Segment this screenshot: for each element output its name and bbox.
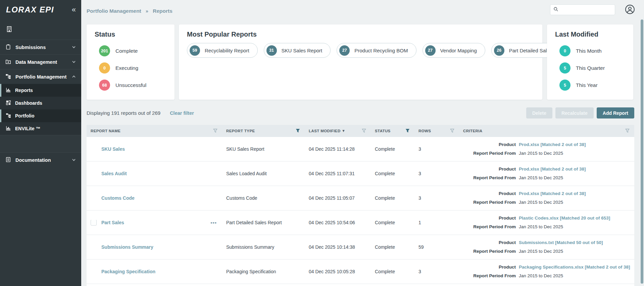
criteria-cell: ProductPlastic Codes.xlsx [Matched 20 ou… [459, 215, 634, 230]
report-name-link[interactable]: Part Sales [101, 220, 124, 225]
chevron-down-icon [72, 45, 76, 50]
criteria-cell: ProductProd.xlsx [Matched 2 out of 38] R… [459, 142, 634, 156]
app-logo: LORAX EPI [6, 5, 54, 14]
sidebar-item-envilite[interactable]: ENVILite ™ [0, 122, 81, 135]
column-header-rows[interactable]: ROWS [414, 125, 459, 137]
reports-table: REPORT NAME REPORT TYPE LAST MODIFIED ▾ [87, 125, 634, 286]
last-modified-this-month-row[interactable]: 0 This Month [559, 42, 625, 59]
table-row[interactable]: Submissions Summary Submissions Summary … [87, 235, 634, 259]
sidebar-item-data-management[interactable]: Data Management [0, 54, 81, 69]
table-row[interactable]: Sales Audit Sales Loaded Audit 04 Dec 20… [87, 161, 634, 186]
this-year-count-badge: 5 [559, 80, 571, 91]
column-header-report-name[interactable]: REPORT NAME [87, 125, 222, 137]
last-modified-cell: 04 Dec 2025 11:05:07 [305, 195, 371, 201]
table-row[interactable]: SKU Sales SKU Sales Report 04 Dec 2025 1… [87, 137, 634, 161]
criteria-product-link[interactable]: Submissions.txt [Matched 50 out of 50] [519, 240, 603, 246]
criteria-product-link[interactable]: Prod.xlsx [Matched 2 out of 38] [519, 166, 586, 172]
status-executing-row[interactable]: 0 Executing [99, 59, 166, 77]
filter-icon[interactable] [450, 129, 454, 133]
last-modified-this-year-row[interactable]: 5 This Year [559, 77, 625, 94]
sidebar-item-portfolio-management[interactable]: Portfolio Management [0, 69, 81, 84]
popular-count-badge: 27 [425, 45, 436, 56]
report-name-link[interactable]: Submissions Summary [101, 244, 153, 250]
popular-report-pill[interactable]: 31 SKU Sales Report [264, 43, 331, 58]
status-complete-row[interactable]: 201 Complete [99, 42, 166, 59]
filter-icon[interactable] [625, 129, 630, 133]
column-header-last-modified[interactable]: LAST MODIFIED ▾ [305, 125, 371, 137]
criteria-cell: ProductProd.xlsx [Matched 2 out of 38] R… [459, 166, 634, 181]
filter-active-icon[interactable] [296, 129, 300, 133]
status-unsuccessful-row[interactable]: 68 Unsuccessful [99, 77, 166, 94]
status-cell: Complete [371, 146, 414, 152]
page-scrollbar [640, 0, 644, 286]
criteria-cell: ProductSubmissions.txt [Matched 50 out o… [459, 240, 634, 254]
status-unsuccessful-count-badge: 68 [99, 80, 110, 91]
sidebar-item-dashboards[interactable]: Dashboards [0, 97, 81, 109]
last-modified-this-quarter-row[interactable]: 5 This Quarter [559, 59, 625, 77]
sidebar-item-label: Portfolio [15, 113, 35, 118]
criteria-product-link[interactable]: Prod.xlsx [Matched 2 out of 38] [519, 191, 586, 197]
report-name-link[interactable]: Packaging Specification [101, 269, 155, 274]
sidebar-item-label: Submissions [15, 45, 46, 50]
criteria-product-link[interactable]: Plastic Codes.xlsx [Matched 20 out of 65… [519, 215, 610, 221]
tenant-row[interactable] [0, 19, 81, 40]
popular-report-pill[interactable]: 27 Product Recycling BOM [337, 43, 416, 58]
filter-active-icon[interactable] [405, 129, 410, 133]
report-name-link[interactable]: SKU Sales [101, 146, 125, 152]
sidebar-item-documentation[interactable]: Documentation [0, 152, 81, 167]
scrollbar-thumb[interactable] [641, 19, 643, 284]
breadcrumb-parent[interactable]: Portfolio Management [87, 8, 141, 14]
breadcrumb-separator-icon: » [146, 8, 148, 14]
report-type-cell: SKU Sales Report [222, 146, 305, 152]
clear-filter-link[interactable]: Clear filter [170, 110, 194, 116]
rows-cell: 1 [414, 220, 459, 225]
folder-upload-icon [5, 59, 11, 65]
column-header-criteria[interactable]: CRITERIA [459, 125, 634, 137]
status-card: Status 201 Complete 0 Executing 68 Unsuc… [87, 25, 175, 100]
sitemap-icon [6, 113, 11, 119]
sidebar-item-label: Documentation [15, 157, 51, 163]
row-checkbox[interactable] [91, 220, 97, 226]
criteria-product-link[interactable]: Packaging Specifications.xlsx [Matched 2… [519, 264, 630, 270]
search-box [550, 4, 615, 15]
account-icon[interactable] [625, 4, 635, 14]
last-modified-card: Last Modified 0 This Month 5 This Quarte… [547, 25, 633, 100]
report-type-cell: Packaging Specification [222, 269, 305, 274]
bar-chart-icon [6, 87, 11, 94]
row-menu-icon[interactable]: ••• [210, 220, 218, 226]
popular-reports-card: Most Popular Reports 59 Recyclability Re… [179, 25, 542, 100]
delete-button[interactable]: Delete [526, 107, 552, 118]
sidebar-item-label: Portfolio Management [15, 74, 66, 80]
column-header-report-type[interactable]: REPORT TYPE [222, 125, 305, 137]
add-report-button[interactable]: Add Report [597, 107, 634, 118]
popular-report-pill[interactable]: 27 Vendor Mapping [423, 43, 485, 58]
sidebar: LORAX EPI « Submissions Data Management … [0, 0, 81, 286]
popular-card-title: Most Popular Reports [187, 31, 534, 39]
last-modified-cell: 04 Dec 2025 10:14:38 [305, 244, 371, 250]
sidebar-item-label: Reports [15, 88, 33, 93]
report-name-link[interactable]: Sales Audit [101, 171, 127, 176]
report-type-cell: Part Detailed Sales Report [222, 220, 305, 225]
search-input[interactable] [561, 7, 612, 12]
sidebar-collapse-icon[interactable]: « [72, 6, 76, 13]
sidebar-item-portfolio[interactable]: Portfolio [0, 109, 81, 122]
recalculate-button[interactable]: Recalculate [555, 107, 594, 118]
criteria-product-link[interactable]: Prod.xlsx [Matched 2 out of 38] [519, 142, 586, 148]
rows-cell: 3 [414, 171, 459, 176]
bar-chart-icon [6, 126, 11, 132]
grid-icon [6, 100, 11, 106]
popular-report-pill[interactable]: 59 Recyclability Report [187, 43, 258, 58]
status-cell: Complete [371, 195, 414, 201]
table-row[interactable]: Part Sales ••• Part Detailed Sales Repor… [87, 210, 634, 235]
filter-icon[interactable] [362, 129, 366, 133]
report-name-link[interactable]: Customs Code [101, 195, 135, 201]
sidebar-item-reports[interactable]: Reports [0, 84, 81, 97]
table-row[interactable]: Packaging Specification Packaging Specif… [87, 259, 634, 284]
column-header-status[interactable]: STATUS [371, 125, 414, 137]
next-row-partial [87, 284, 634, 286]
filter-icon[interactable] [213, 129, 217, 133]
table-row[interactable]: Customs Code Customs Code 04 Dec 2025 11… [87, 186, 634, 210]
sidebar-item-submissions[interactable]: Submissions [0, 40, 81, 54]
popular-count-badge: 27 [339, 45, 350, 56]
sidebar-spacer [0, 135, 81, 152]
